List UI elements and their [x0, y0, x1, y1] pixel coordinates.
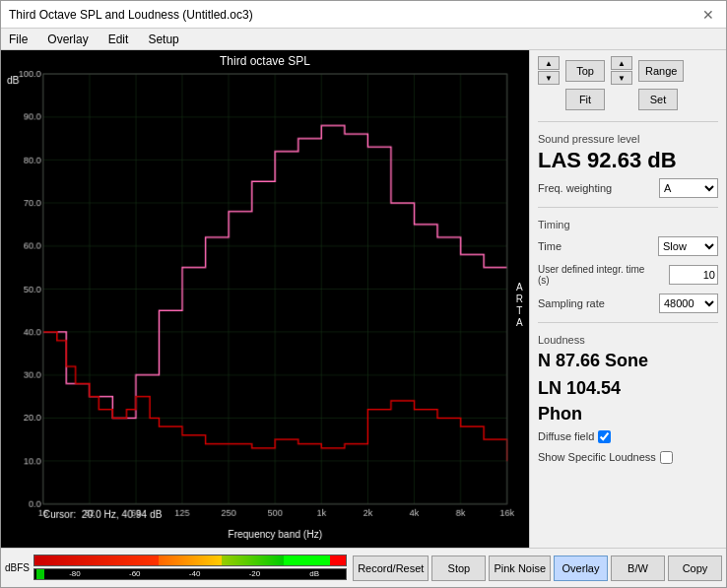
title-bar: Third Octave SPL and Loudness (Untitled.… — [1, 1, 726, 29]
menu-bar: File Overlay Edit Setup — [1, 29, 726, 50]
show-specific-label: Show Specific Loudness — [538, 451, 656, 463]
fit-button[interactable]: Fit — [565, 89, 605, 110]
spl-value: LAS 92.63 dB — [538, 149, 718, 172]
level-meter: -80 -60 -40 -20 dB — [33, 555, 347, 582]
time-row: Time Slow Fast Impulse Peak — [538, 236, 718, 256]
range-btn-group: ▲ ▼ — [611, 56, 632, 85]
range-up-button[interactable]: ▲ — [611, 56, 632, 70]
chart-canvas — [5, 70, 525, 540]
bottom-buttons: Record/Reset Stop Pink Noise Overlay B/W… — [353, 555, 722, 581]
range-down-button[interactable]: ▼ — [611, 71, 632, 85]
top-button[interactable]: Top — [565, 60, 605, 82]
sampling-rate-select[interactable]: 44100 48000 96000 — [659, 294, 718, 313]
sampling-rate-label: Sampling rate — [538, 297, 605, 309]
user-defined-input[interactable]: 10 — [669, 265, 718, 285]
top-controls: ▲ ▼ Top ▲ ▼ Range — [538, 56, 718, 85]
stop-button[interactable]: Stop — [431, 555, 486, 581]
loudness-ln-value: LN 104.54 — [538, 377, 718, 400]
right-panel: ▲ ▼ Top ▲ ▼ Range Fit — [529, 50, 726, 548]
fit-set-controls: Fit Set — [538, 89, 718, 110]
chart-area: Third octave SPL ARTA — [1, 50, 529, 548]
overlay-button[interactable]: Overlay — [554, 555, 608, 581]
chart-inner: ARTA — [5, 70, 525, 540]
loudness-phon-label: Phon — [538, 404, 718, 425]
top-down-button[interactable]: ▼ — [538, 71, 560, 85]
user-defined-label: User defined integr. time (s) — [538, 264, 646, 286]
show-specific-checkbox[interactable] — [660, 451, 673, 464]
pink-noise-button[interactable]: Pink Noise — [489, 555, 551, 581]
show-specific-row: Show Specific Loudness — [538, 451, 718, 464]
divider-3 — [538, 322, 718, 323]
menu-file[interactable]: File — [5, 31, 32, 48]
divider-2 — [538, 207, 718, 208]
menu-setup[interactable]: Setup — [144, 31, 182, 48]
main-content: Third octave SPL ARTA ▲ ▼ Top ▲ ▼ — [1, 50, 726, 548]
close-button[interactable]: ✕ — [698, 5, 718, 25]
diffuse-field-row: Diffuse field — [538, 430, 718, 443]
loudness-section-label: Loudness — [538, 334, 718, 346]
window-title: Third Octave SPL and Loudness (Untitled.… — [9, 8, 253, 22]
copy-button[interactable]: Copy — [668, 555, 722, 581]
user-defined-row: User defined integr. time (s) 10 — [538, 264, 718, 286]
set-button[interactable]: Set — [638, 89, 678, 110]
bottom-bar: dBFS -80 -60 -40 -20 dB — [1, 548, 726, 587]
diffuse-field-checkbox[interactable] — [598, 430, 611, 443]
divider-1 — [538, 121, 718, 122]
range-button[interactable]: Range — [638, 60, 684, 82]
freq-weighting-label: Freq. weighting — [538, 182, 612, 194]
arta-label: ARTA — [516, 282, 523, 329]
top-btn-group: ▲ ▼ — [538, 56, 560, 85]
main-window: Third Octave SPL and Loudness (Untitled.… — [0, 0, 727, 588]
bw-button[interactable]: B/W — [611, 555, 665, 581]
diffuse-field-label: Diffuse field — [538, 430, 594, 442]
top-up-button[interactable]: ▲ — [538, 56, 560, 70]
menu-overlay[interactable]: Overlay — [43, 31, 92, 48]
spl-section-label: Sound pressure level — [538, 133, 718, 145]
freq-weighting-row: Freq. weighting A C Z — [538, 178, 718, 198]
timing-section-label: Timing — [538, 219, 718, 230]
dbfs-label: dBFS — [5, 562, 30, 573]
freq-weighting-select[interactable]: A C Z — [659, 178, 718, 198]
sampling-rate-row: Sampling rate 44100 48000 96000 — [538, 294, 718, 313]
loudness-n-value: N 87.66 Sone — [538, 350, 718, 372]
time-label: Time — [538, 240, 562, 252]
menu-edit[interactable]: Edit — [104, 31, 133, 48]
chart-title: Third octave SPL — [5, 54, 525, 68]
record-reset-button[interactable]: Record/Reset — [353, 555, 429, 581]
time-select[interactable]: Slow Fast Impulse Peak — [658, 236, 718, 256]
